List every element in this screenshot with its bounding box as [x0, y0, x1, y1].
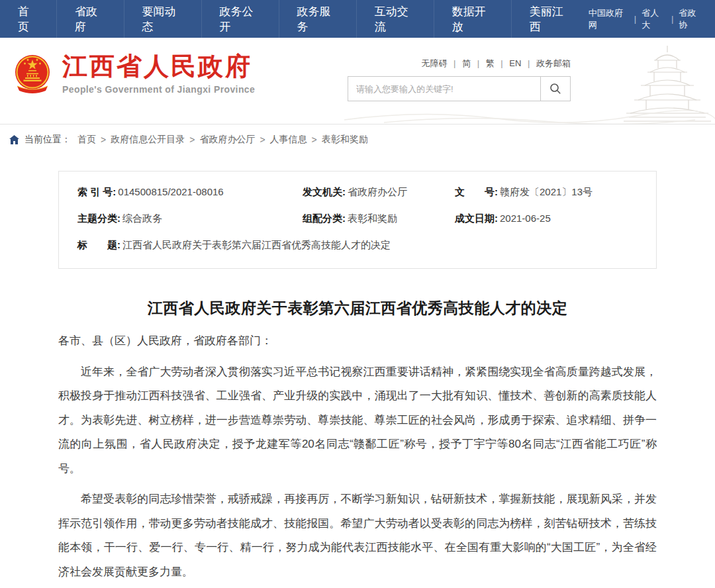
site-logo[interactable]: 江西省人民政府 People's Government of Jiangxi P…	[13, 52, 255, 96]
meta-label: 标 题:	[77, 238, 120, 252]
nav-item-gov-info-open[interactable]: 政务公开	[201, 0, 279, 38]
nav-item-gov-services[interactable]: 政务服务	[279, 0, 356, 38]
meta-label: 发文机关:	[303, 185, 346, 199]
separator: |	[453, 58, 455, 68]
page-title: 江西省人民政府关于表彰第六届江西省优秀高技能人才的决定	[58, 298, 657, 318]
breadcrumb-general-office[interactable]: 省政府办公厅	[199, 134, 255, 146]
site-subtitle: People's Government of Jiangxi Province	[62, 84, 255, 95]
meta-label: 成文日期:	[455, 211, 498, 225]
meta-row: 标 题: 江西省人民政府关于表彰第六届江西省优秀高技能人才的决定	[77, 238, 638, 252]
breadcrumb: 当前位置： 首页 > 政府信息公开目录 > 省政府办公厅 > 人事信息 > 表彰…	[0, 124, 715, 155]
meta-value: 综合政务	[122, 211, 162, 225]
meta-value: 014500815/2021-08016	[118, 185, 223, 199]
site-title: 江西省人民政府	[62, 54, 255, 80]
breadcrumb-commendation[interactable]: 表彰和奖励	[322, 134, 368, 146]
breadcrumb-label: 当前位置：	[24, 134, 71, 146]
meta-row: 索 引 号: 014500815/2021-08016 发文机关: 省政府办公厅…	[77, 185, 638, 199]
salutation: 各市、县（区）人民政府，省政府各部门：	[58, 329, 657, 354]
link-simplified-chinese[interactable]: 简	[462, 58, 471, 68]
meta-document-number: 文 号: 赣府发〔2021〕13号	[455, 185, 638, 199]
meta-group-category: 组配分类: 表彰和奖励	[303, 211, 455, 225]
site-title-block: 江西省人民政府 People's Government of Jiangxi P…	[62, 54, 255, 95]
mountain-sketch-art	[344, 104, 715, 124]
search-icon	[549, 83, 561, 95]
link-provincial-peoples-congress[interactable]: 省人大	[642, 7, 666, 31]
separator: >	[260, 134, 265, 145]
link-accessibility[interactable]: 无障碍	[421, 58, 447, 68]
separator: |	[501, 58, 502, 68]
link-provincial-cppcc[interactable]: 省政协	[679, 7, 703, 31]
meta-label: 组配分类:	[303, 211, 346, 225]
nav-item-beautiful-jiangxi[interactable]: 美丽江西	[511, 0, 589, 38]
document-meta-table: 索 引 号: 014500815/2021-08016 发文机关: 省政府办公厅…	[58, 171, 657, 269]
separator: |	[671, 14, 673, 24]
breadcrumb-gov-info-directory[interactable]: 政府信息公开目录	[111, 134, 185, 146]
search-bar	[348, 76, 571, 101]
meta-label: 主题分类:	[77, 211, 120, 225]
breadcrumb-home[interactable]: 首页	[77, 134, 96, 146]
site-header: 江西省人民政府 People's Government of Jiangxi P…	[0, 38, 715, 124]
pavilion-sketch-art	[621, 43, 714, 128]
nav-items: 首页 省政府 要闻动态 政务公开 政务服务 互动交流 数据开放 美丽江西	[0, 0, 589, 38]
nav-external-links: 中国政府网 | 省人大 | 省政协	[589, 0, 715, 38]
link-traditional-chinese[interactable]: 繁	[486, 58, 495, 68]
top-navigation: 首页 省政府 要闻动态 政务公开 政务服务 互动交流 数据开放 美丽江西 中国政…	[0, 0, 715, 38]
meta-row: 主题分类: 综合政务 组配分类: 表彰和奖励 成文日期: 2021-06-25	[77, 211, 638, 225]
meta-title: 标 题: 江西省人民政府关于表彰第六届江西省优秀高技能人才的决定	[77, 238, 391, 252]
meta-value: 赣府发〔2021〕13号	[500, 185, 593, 199]
home-icon	[9, 135, 19, 144]
separator: >	[189, 134, 195, 145]
separator: >	[312, 134, 317, 145]
meta-label: 索 引 号:	[77, 185, 116, 199]
national-emblem-icon	[13, 52, 52, 96]
meta-value: 江西省人民政府关于表彰第六届江西省优秀高技能人才的决定	[122, 238, 391, 252]
search-button[interactable]	[540, 77, 570, 101]
document-page: 索 引 号: 014500815/2021-08016 发文机关: 省政府办公厅…	[0, 171, 715, 588]
meta-value: 2021-06-25	[500, 211, 551, 225]
meta-label: 文 号:	[455, 185, 498, 199]
separator: |	[634, 14, 636, 24]
search-input[interactable]	[348, 77, 540, 101]
nav-item-provincial-government[interactable]: 省政府	[56, 0, 124, 38]
meta-index-number: 索 引 号: 014500815/2021-08016	[77, 185, 303, 199]
paragraph: 近年来，全省广大劳动者深入贯彻落实习近平总书记视察江西重要讲话精神，紧紧围绕实现…	[58, 360, 657, 481]
nav-item-home[interactable]: 首页	[0, 0, 56, 38]
link-china-gov-site[interactable]: 中国政府网	[589, 7, 629, 31]
separator: >	[101, 134, 106, 145]
nav-item-news[interactable]: 要闻动态	[124, 0, 201, 38]
meta-theme-category: 主题分类: 综合政务	[77, 211, 303, 225]
meta-value: 省政府办公厅	[348, 185, 407, 199]
nav-item-open-data[interactable]: 数据开放	[434, 0, 511, 38]
meta-value: 表彰和奖励	[348, 211, 397, 225]
utility-links: 无障碍 | 简 | 繁 | EN | 政务邮箱	[348, 58, 571, 70]
link-gov-mailbox[interactable]: 政务邮箱	[536, 58, 571, 68]
document-body: 各市、县（区）人民政府，省政府各部门： 近年来，全省广大劳动者深入贯彻落实习近平…	[58, 329, 657, 588]
separator: |	[528, 58, 530, 68]
link-english[interactable]: EN	[509, 58, 521, 68]
paragraph: 希望受表彰的同志珍惜荣誉，戒骄戒躁，再接再厉，不断学习新知识，钻研新技术，掌握新…	[58, 487, 657, 584]
meta-date: 成文日期: 2021-06-25	[455, 211, 638, 225]
nav-item-interaction[interactable]: 互动交流	[356, 0, 434, 38]
meta-issuing-agency: 发文机关: 省政府办公厅	[303, 185, 455, 199]
header-tools: 无障碍 | 简 | 繁 | EN | 政务邮箱	[348, 58, 571, 101]
breadcrumb-personnel-info[interactable]: 人事信息	[270, 134, 307, 146]
separator: |	[477, 58, 479, 68]
